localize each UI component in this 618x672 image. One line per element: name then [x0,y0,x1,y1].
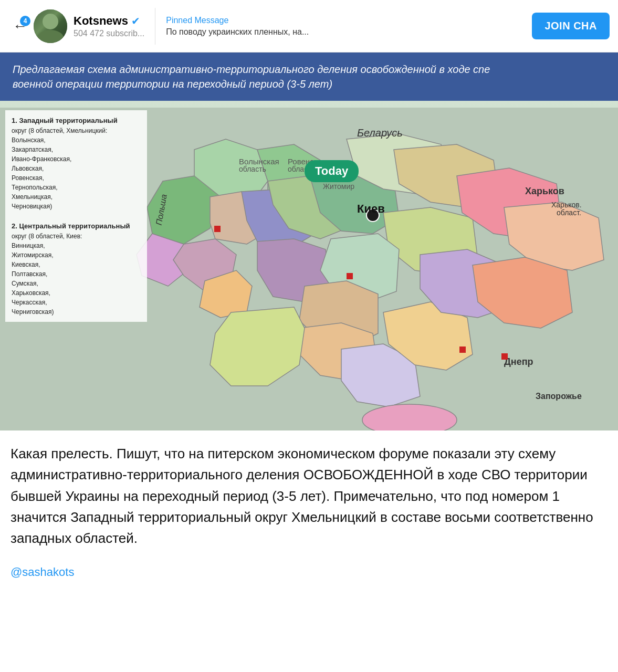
kyiv-label: Киев [357,202,385,215]
pinned-section[interactable]: Pinned Message По поводу украинских плен… [166,16,523,37]
channel-header: ← 4 Kotsnews ✔ 504 472 subscrib... Pinne… [0,0,618,52]
post-text: Какая прелесть. Пишут, что на питерском … [0,430,618,557]
today-label: Today [315,164,348,177]
belarus-label: Беларусь [357,127,403,139]
district1-subtitle: округ (8 областей, Хмельницкий: [12,126,141,135]
dnipro-label: Днепр [504,356,533,367]
post-body: Какая прелесть. Пишут, что на питерском … [11,446,593,546]
kharkiv-oblast-label: Харьков. [551,201,582,209]
marker-lviv [214,226,221,232]
kharkiv-label: Харьков [525,186,564,196]
document-header: Предлагаемая схема административно-терри… [0,52,618,101]
marker-vinnytsia [347,273,353,279]
district2-list: Винницкая, Житомирская, Киевская, Полтав… [12,241,141,317]
notification-badge: 4 [20,16,30,26]
header-divider [155,8,155,45]
volyn-oblast-label: область [239,165,266,173]
doc-header-line2: военной операции территории на переходны… [13,77,605,91]
district2-subtitle: округ (8 областей, Киев: [12,232,141,241]
join-channel-button[interactable]: JOIN CHA [532,13,610,39]
map-legend-panel: 1. Западный территориальный округ (8 обл… [5,110,147,322]
pinned-preview: По поводу украинских пленных, на... [166,27,523,37]
today-tooltip: Today [305,160,359,182]
doc-header-line1: Предлагаемая схема административно-терри… [13,62,605,77]
back-button[interactable]: ← 4 [8,15,32,38]
avatar [34,9,67,43]
channel-name-row: Kotsnews ✔ [74,14,144,28]
post-author[interactable]: @sashakots [0,565,618,590]
map-background: Предлагаемая схема административно-терри… [0,52,618,430]
district2-title: 2. Центральный территориальный [12,221,141,232]
kharkiv-obl-label: област. [557,208,581,217]
avatar-image [34,9,67,43]
map-image: Предлагаемая схема административно-терри… [0,52,618,430]
zaporizhzhia-label: Запорожье [536,392,582,401]
district1-list: Волынская, Закарпатская, Ивано-Франковск… [12,135,141,211]
channel-name[interactable]: Kotsnews [74,14,128,28]
channel-info: Kotsnews ✔ 504 472 subscrib... [74,14,144,38]
district1-title: 1. Западный территориальный [12,116,141,126]
zhytomyr-small-label: Житомир [323,182,354,191]
subscriber-count: 504 472 subscrib... [74,29,144,38]
marker-zap [459,346,466,353]
verified-icon: ✔ [131,15,140,27]
marker-dnipro [501,353,508,360]
pinned-label: Pinned Message [166,16,523,25]
